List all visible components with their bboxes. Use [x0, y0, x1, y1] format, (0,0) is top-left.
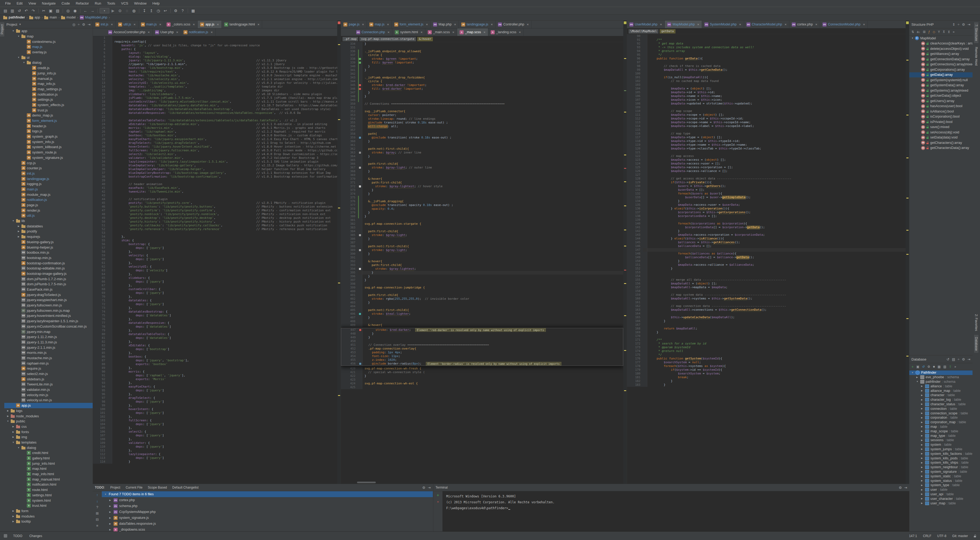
line-number[interactable]: 54 [93, 235, 108, 239]
stripe-tab-remote-host[interactable]: Remote Host [974, 45, 978, 68]
line-number[interactable]: 348 [341, 94, 358, 98]
tree-item-bootbox.min.js[interactable]: 010bootbox.min.js [4, 250, 93, 255]
expand-arrow-icon[interactable]: ▶ [12, 520, 15, 522]
expand-arrow-icon[interactable]: ▶ [921, 448, 924, 450]
expand-arrow-icon[interactable]: ▶ [921, 430, 924, 432]
structure-method-isPrivate[interactable]: misPrivate():bool [909, 119, 972, 124]
statusbar-changes[interactable]: Changes [29, 534, 42, 538]
tree-item-blueimp-helper.js[interactable]: JSblueimp-helper.js [4, 245, 93, 250]
line-number[interactable]: 148 [627, 252, 643, 255]
line-number[interactable]: 90 [93, 370, 108, 374]
tab-init.js[interactable]: JSinit.js✕ [93, 21, 116, 28]
db-item-system_kills_pods[interactable]: ▶system_kills_pods: table [909, 456, 972, 460]
line-number[interactable]: 115 [627, 128, 643, 132]
line-number[interactable]: 53 [93, 231, 108, 235]
tree-item-jquery-1.11.3.min.js[interactable]: 010jquery-1.11.3.min.js [4, 340, 93, 345]
line-number[interactable]: 45 [93, 201, 108, 205]
filter-icon[interactable]: ⚙ [422, 486, 425, 490]
expand-arrow-icon[interactable]: ▶ [921, 435, 924, 437]
line-number[interactable]: 7 [93, 59, 108, 62]
sync-icon[interactable]: ↺ [947, 357, 950, 362]
open-icon[interactable]: ▤ [2, 8, 9, 14]
expand-arrow-icon[interactable]: ▶ [921, 444, 924, 446]
line-number[interactable]: 159 [627, 293, 643, 297]
line-number[interactable]: 158 [627, 289, 643, 293]
expand-arrow-icon[interactable]: ▶ [916, 376, 919, 379]
tree-item-page.js[interactable]: JSpage.js [4, 202, 93, 208]
status-git[interactable]: Git: master [952, 534, 968, 538]
line-number[interactable]: 338 [341, 57, 358, 61]
menu-view[interactable]: View [25, 0, 39, 6]
line-number[interactable]: 84 [93, 347, 108, 351]
close-icon[interactable]: ✕ [739, 23, 741, 26]
line-number[interactable]: 164 [627, 312, 643, 315]
line-number[interactable]: 100 [93, 408, 108, 411]
structure-method-isCorporation[interactable]: misCorporation():bool [909, 114, 972, 119]
todo-tab-current-file[interactable]: Current File [123, 485, 145, 490]
line-number[interactable]: 75 [93, 314, 108, 317]
hide-panel-icon[interactable]: ⇥ [967, 357, 970, 362]
copy-icon[interactable]: ▣ [48, 8, 54, 14]
tree-item-system_route.js[interactable]: JSsystem_route.js [4, 150, 93, 155]
db-item-Pathfinder[interactable]: ▼Pathfinder [909, 370, 972, 375]
close-icon[interactable]: ✕ [388, 31, 390, 34]
line-number[interactable]: 59 [93, 254, 108, 257]
structure-method-setAccess[interactable]: msetAccess(obj):void [909, 130, 972, 135]
collapse-arrow-icon[interactable]: ▼ [6, 420, 10, 422]
breadcrumb[interactable]: app [29, 16, 41, 19]
line-number[interactable]: 381 [341, 218, 358, 222]
tree-item-require.js[interactable]: JSrequire.js [4, 366, 93, 371]
close-icon[interactable]: ✕ [784, 23, 787, 26]
expand-arrow-icon[interactable]: ▶ [17, 225, 20, 228]
close-icon[interactable]: ✕ [258, 23, 259, 26]
tree-item-system.html[interactable]: 5system.html [4, 498, 93, 503]
show-inherited-icon[interactable]: ⊞ [923, 30, 926, 34]
structure-method-isAlliance[interactable]: misAlliance():bool [909, 109, 972, 114]
tree-item-logging.js[interactable]: JSlogging.js [4, 182, 93, 187]
tree-item-module_map.js[interactable]: JSmodule_map.js [4, 192, 93, 197]
line-number[interactable]: 108 [93, 437, 108, 441]
close-icon[interactable]: ✕ [111, 23, 113, 26]
tree-item-jquery.mCustomScrollbar.concat.min.js[interactable]: 010jquery.mCustomScrollbar.concat.min.js [4, 324, 93, 329]
line-number[interactable]: 35 [93, 164, 108, 167]
tree-item-system_graph.js[interactable]: JSsystem_graph.js [4, 134, 93, 139]
expand-arrow-icon[interactable]: ▶ [921, 421, 924, 424]
line-number[interactable]: 398 [341, 282, 358, 286]
collapse-arrow-icon[interactable]: ▼ [12, 441, 15, 444]
line-number[interactable]: 346 [341, 87, 358, 91]
todo-tab-default-changelist[interactable]: Default Changelist [170, 485, 201, 490]
expand-arrow-icon[interactable]: ▶ [921, 398, 924, 401]
expand-arrow-icon[interactable]: ▶ [921, 466, 924, 468]
tree-item-blueimp-gallery.js[interactable]: JSblueimp-gallery.js [4, 239, 93, 245]
line-number[interactable]: 129 [627, 180, 643, 184]
close-icon[interactable]: ✕ [454, 23, 456, 26]
line-number[interactable]: 420 [341, 367, 358, 370]
line-number[interactable]: 176 [627, 357, 643, 360]
close-icon[interactable]: ✕ [134, 23, 135, 26]
tree-item-pnotify[interactable]: ▶pnotify [4, 229, 93, 234]
tab-_colors.scss[interactable]: S_colors.scss✕ [164, 21, 198, 28]
next-todo-icon[interactable]: ↓ [96, 499, 98, 503]
line-number[interactable]: 167 [627, 323, 643, 327]
line-number[interactable]: 134 [627, 199, 643, 203]
line-number[interactable]: 372 [341, 185, 358, 188]
expand-arrow-icon[interactable]: ▶ [6, 409, 10, 412]
breadcrumb-chip[interactable]: .pf-map [342, 37, 358, 41]
line-number[interactable]: 408 [341, 320, 358, 323]
line-number[interactable]: 27 [93, 134, 108, 137]
editor-mapmodel-scrollbar[interactable] [905, 21, 909, 484]
breadcrumb[interactable]: phpMapModel.php [79, 16, 108, 19]
collapse-arrow-icon[interactable]: ▼ [17, 56, 20, 59]
tree-item-form_element.js[interactable]: JSform_element.js [4, 118, 93, 123]
db-item-user_character[interactable]: ▶user_character: table [909, 496, 972, 501]
stripe-tab-database[interactable]: Database [974, 335, 978, 353]
line-number[interactable]: 393 [341, 263, 358, 267]
line-number[interactable]: 107 [627, 98, 643, 102]
help-icon[interactable]: ? [180, 8, 186, 14]
expand-arrow-icon[interactable]: ▶ [921, 408, 924, 410]
todo-file-CcpSystemsMapper.php[interactable]: ▶phpCcpSystemsMapper.php [102, 509, 433, 515]
expand-arrow-icon[interactable]: ▶ [921, 439, 924, 441]
tree-item-jquery.dragToSelect.js[interactable]: JSjquery.dragToSelect.js [4, 292, 93, 297]
expand-arrow-icon[interactable]: ▶ [921, 462, 924, 464]
expand-arrow-icon[interactable]: ▶ [6, 415, 10, 417]
